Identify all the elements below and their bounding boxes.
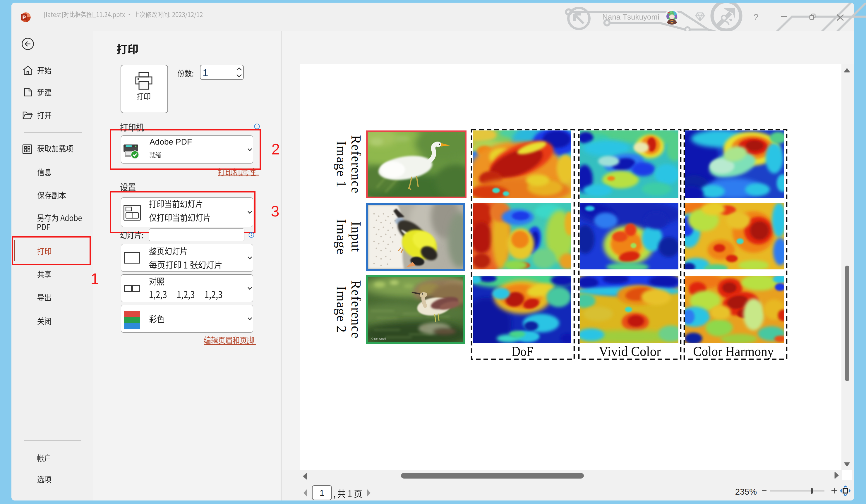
svg-text:© Ilan Gushl: © Ilan Gushl bbox=[371, 337, 386, 340]
